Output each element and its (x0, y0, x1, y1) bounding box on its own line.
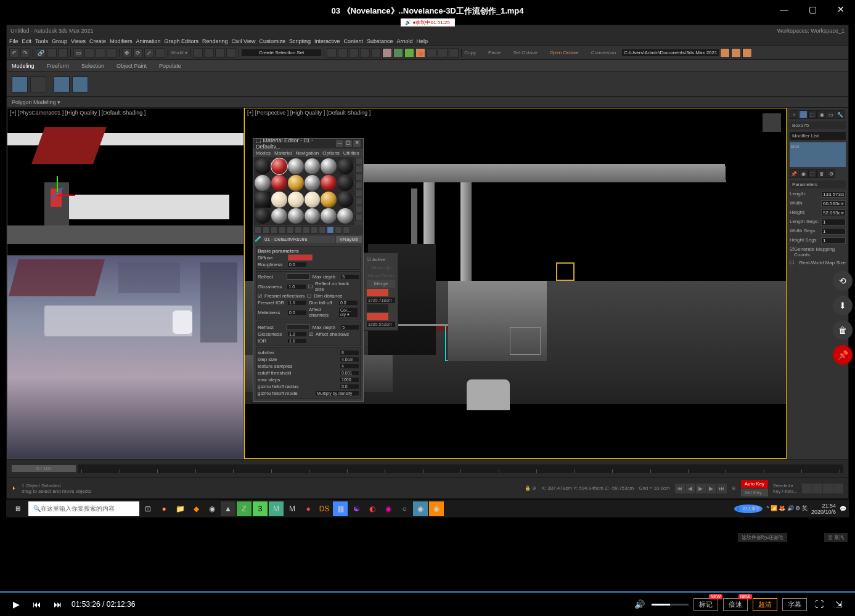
tb-unlink[interactable] (47, 48, 57, 58)
stack-pin[interactable]: 📌 (790, 169, 798, 178)
menu-substance[interactable]: Substance (367, 38, 393, 44)
tb-select[interactable]: ▭ (73, 48, 83, 58)
mat-slot-19[interactable] (255, 208, 271, 224)
timeline-slider[interactable] (78, 464, 843, 473)
app-10[interactable]: ◉ (413, 501, 428, 516)
ribbon-objectpaint[interactable]: Object Paint (117, 63, 147, 69)
me-close[interactable]: ✕ (353, 140, 361, 147)
app-11[interactable]: ◉ (429, 501, 444, 516)
mp-swatch-1[interactable] (367, 289, 388, 296)
delete-button[interactable]: 🗑 (833, 320, 853, 340)
tb-folder1[interactable] (720, 48, 730, 58)
material-type[interactable]: VRayMtl (336, 236, 362, 243)
tb-selectname[interactable] (84, 48, 94, 58)
nav-1[interactable] (802, 484, 812, 493)
material-props-panel[interactable]: ☑ Active Move Up Move Down Merge 3725.71… (364, 253, 398, 331)
play-button[interactable]: ▶ (9, 597, 23, 612)
modifier-stack[interactable]: Box (790, 142, 846, 167)
material-editor[interactable]: ⬚ Material Editor - 01 - Defaultv... —▢✕… (253, 138, 364, 402)
app-ds[interactable]: DS (317, 501, 332, 516)
tb-move[interactable]: ✥ (122, 48, 132, 58)
material-name[interactable]: 01 - DefaultVRsvtre (263, 236, 335, 243)
me-side-3[interactable] (355, 174, 362, 181)
mat-slot-6[interactable] (337, 158, 353, 174)
tb-mirror[interactable] (327, 48, 337, 58)
panel-motion[interactable]: ◉ (817, 110, 826, 119)
nav-3[interactable] (823, 484, 833, 493)
me-tool-4[interactable] (279, 226, 286, 233)
me-side-7[interactable] (355, 206, 362, 213)
notifications[interactable]: 💬 (840, 506, 846, 512)
ribbon-populate[interactable]: Populate (159, 63, 181, 69)
mat-slot-15[interactable] (288, 192, 304, 208)
play-end[interactable]: ⏭ (717, 484, 727, 493)
tb-folder3[interactable] (742, 48, 752, 58)
subtitle-badge[interactable]: 字幕 (782, 598, 807, 611)
tb-bind[interactable] (58, 48, 68, 58)
menu-tools[interactable]: Tools (35, 38, 48, 44)
mat-slot-24[interactable] (337, 208, 353, 224)
tb-folder2[interactable] (731, 48, 741, 58)
menu-rendering[interactable]: Rendering (202, 38, 228, 44)
me-tool-7[interactable] (303, 226, 310, 233)
sub-btn-3[interactable] (54, 76, 70, 92)
tb-extra2[interactable] (438, 48, 448, 58)
stack-remove[interactable]: 🗑 (817, 169, 826, 178)
tb-undo[interactable]: ↶ (9, 48, 19, 58)
selection-set-dropdown[interactable]: Create Selection Set (242, 49, 321, 56)
mat-slot-17[interactable] (321, 192, 337, 208)
tb-spinnersnap[interactable] (226, 48, 236, 58)
menu-content[interactable]: Content (343, 38, 363, 44)
app-7[interactable]: ◐ (365, 501, 380, 516)
tb-place[interactable] (155, 48, 165, 58)
menu-create[interactable]: Create (89, 38, 106, 44)
app-chrome[interactable]: ● (157, 501, 171, 516)
quality-badge[interactable]: 超清 (753, 598, 777, 611)
panel-modify[interactable]: ⬡ (799, 110, 808, 119)
play-play[interactable]: ▶ (696, 484, 706, 493)
nav-4[interactable] (833, 484, 843, 493)
reflect-swatch[interactable] (287, 274, 310, 280)
mat-slot-1[interactable] (255, 158, 271, 174)
app-6[interactable]: ☯ (349, 501, 364, 516)
menu-customize[interactable]: Customize (259, 38, 285, 44)
menu-group[interactable]: Group (52, 38, 67, 44)
viewport-front[interactable]: [+] [Front ] [Standard ] [Wireframe ] V-… (7, 256, 244, 459)
me-side-4[interactable] (355, 182, 362, 189)
menu-views[interactable]: Views (71, 38, 86, 44)
mat-slot-4[interactable] (305, 158, 321, 174)
app-marvelous[interactable]: M (285, 501, 300, 516)
tb-matedit[interactable] (382, 48, 392, 58)
me-side-1[interactable] (355, 158, 362, 165)
play-prev[interactable]: ◀ (685, 484, 695, 493)
pip-button[interactable]: ⛶ (812, 597, 827, 612)
tb-link[interactable]: 🔗 (36, 48, 46, 58)
me-side-2[interactable] (355, 166, 362, 173)
mat-slot-8[interactable] (271, 175, 287, 191)
me-tool-10[interactable] (327, 226, 334, 233)
task-view[interactable]: ⊡ (141, 501, 155, 516)
me-tool-1[interactable] (255, 226, 262, 233)
menu-scripting[interactable]: Scripting (289, 38, 311, 44)
mat-slot-16[interactable] (305, 192, 321, 208)
tb-rendered-frame[interactable] (404, 48, 414, 58)
me-minimize[interactable]: — (336, 140, 343, 147)
app-blender[interactable]: ◆ (189, 501, 203, 516)
mark-badge[interactable]: 标记NEW (693, 598, 718, 611)
mat-slot-13[interactable] (255, 192, 271, 208)
mp-swatch-3[interactable] (367, 313, 388, 320)
mat-slot-11[interactable] (321, 175, 337, 191)
mat-slot-9[interactable] (288, 175, 304, 191)
mat-slot-20[interactable] (271, 208, 287, 224)
me-tool-9[interactable] (319, 226, 326, 233)
refract-swatch[interactable] (287, 324, 310, 330)
tb-extra1[interactable] (427, 48, 436, 58)
tb-extra3[interactable] (449, 48, 459, 58)
menu-grapheditors[interactable]: Graph Editors (164, 38, 198, 44)
me-tool-6[interactable] (295, 226, 302, 233)
tb-rotate[interactable]: ⟳ (133, 48, 143, 58)
player-maximize[interactable]: ▢ (798, 0, 827, 18)
tb-layers[interactable] (349, 48, 359, 58)
mat-slot-2[interactable] (271, 158, 287, 174)
download-button[interactable]: ⬇ (833, 296, 853, 315)
